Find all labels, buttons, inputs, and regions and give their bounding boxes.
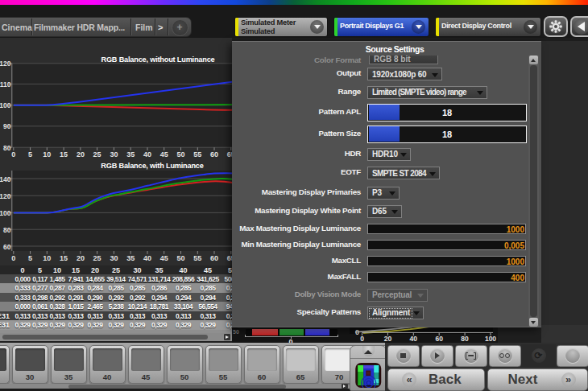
svg-text:45: 45 <box>160 254 168 262</box>
svg-text:5: 5 <box>28 150 32 158</box>
svg-text:80: 80 <box>3 144 11 152</box>
svg-text:15: 15 <box>60 150 68 158</box>
svg-text:45: 45 <box>160 150 168 158</box>
svg-text:90: 90 <box>3 122 11 130</box>
svg-text:60: 60 <box>210 254 218 262</box>
svg-text:100: 100 <box>0 209 11 217</box>
svg-text:80: 80 <box>3 226 11 234</box>
svg-text:25: 25 <box>93 254 101 262</box>
svg-text:RGB Balance, without Luminance: RGB Balance, without Luminance <box>101 56 214 64</box>
svg-text:60: 60 <box>210 150 218 158</box>
svg-text:100: 100 <box>0 101 11 109</box>
svg-text:35: 35 <box>126 150 135 158</box>
svg-text:20: 20 <box>77 254 85 262</box>
svg-text:110: 110 <box>0 80 11 88</box>
svg-text:120: 120 <box>0 192 11 200</box>
svg-text:55: 55 <box>193 150 201 158</box>
svg-text:40: 40 <box>143 150 151 158</box>
svg-text:0: 0 <box>11 150 15 158</box>
svg-text:50: 50 <box>176 150 184 158</box>
svg-text:5: 5 <box>28 254 32 262</box>
svg-text:55: 55 <box>193 254 201 262</box>
svg-text:15: 15 <box>60 254 68 262</box>
svg-text:RGB Balance, with Luminance: RGB Balance, with Luminance <box>101 162 203 170</box>
svg-text:50: 50 <box>176 254 184 262</box>
svg-text:30: 30 <box>110 254 118 262</box>
svg-text:0: 0 <box>11 254 15 262</box>
svg-text:120: 120 <box>0 60 11 68</box>
svg-text:10: 10 <box>43 150 51 158</box>
svg-text:30: 30 <box>110 150 118 158</box>
svg-text:60: 60 <box>3 243 11 251</box>
svg-text:40: 40 <box>143 254 151 262</box>
svg-text:10: 10 <box>43 254 51 262</box>
svg-text:20: 20 <box>77 150 85 158</box>
svg-text:25: 25 <box>93 150 101 158</box>
svg-text:35: 35 <box>126 254 135 262</box>
svg-text:140: 140 <box>0 175 11 183</box>
